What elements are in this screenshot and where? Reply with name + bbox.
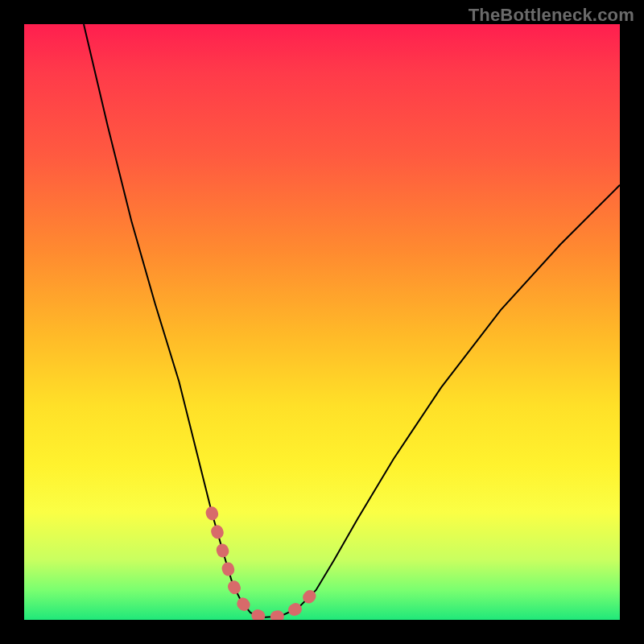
trough-highlight [212, 513, 316, 617]
curve-svg [24, 24, 620, 620]
gradient-plot-area [24, 24, 620, 620]
chart-stage: TheBottleneck.com [0, 0, 644, 644]
watermark-text: TheBottleneck.com [469, 5, 634, 26]
main-curve [84, 24, 620, 617]
